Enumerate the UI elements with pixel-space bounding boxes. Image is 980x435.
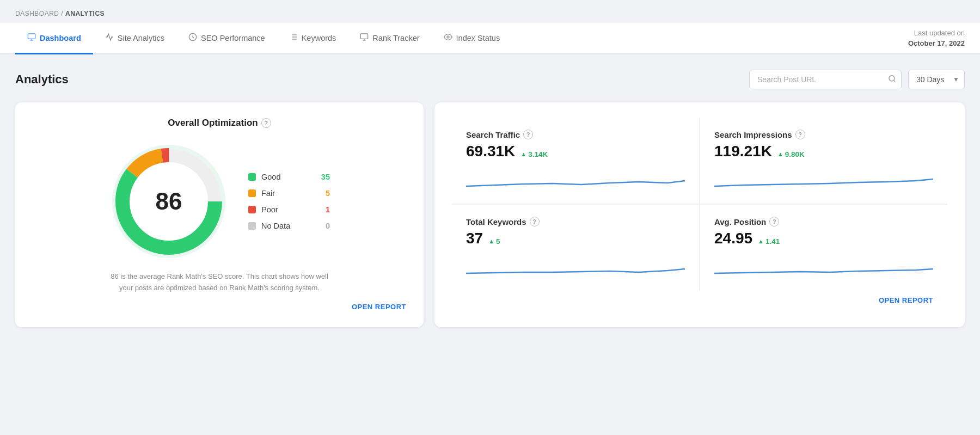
metric-search-impressions-title: Search Impressions ?	[714, 130, 933, 139]
tabs-list: Dashboard Site Analytics SEO Performance…	[15, 23, 512, 53]
svg-rect-10	[361, 34, 368, 39]
search-impressions-help-icon[interactable]: ?	[795, 130, 805, 139]
tab-index-status-label: Index Status	[456, 34, 500, 42]
legend-value-poor: 1	[319, 205, 330, 214]
page-title: Analytics	[15, 72, 69, 87]
tab-site-analytics[interactable]: Site Analytics	[93, 23, 176, 54]
optimization-legend: Good 35 Fair 5 Poor 1 N	[248, 173, 330, 230]
svg-point-14	[889, 76, 895, 81]
list-icon	[289, 33, 298, 43]
last-updated-date: October 17, 2022	[908, 39, 965, 47]
monitor2-icon	[360, 33, 369, 43]
avg-position-value: 24.95	[714, 230, 752, 247]
total-keywords-help-icon[interactable]: ?	[530, 217, 540, 226]
last-updated: Last updated on October 17, 2022	[908, 28, 965, 49]
legend-label-nodata: No Data	[261, 222, 314, 230]
avg-position-delta: ▲ 1.41	[758, 237, 780, 246]
breadcrumb-current: ANALYTICS	[65, 10, 105, 17]
main-content: Analytics 7 Days 14 Days 30 Days 90 Days…	[0, 54, 980, 327]
arrow-up-icon: ▲	[520, 151, 526, 157]
tabs-bar: Dashboard Site Analytics SEO Performance…	[0, 23, 980, 54]
search-traffic-value: 69.31K	[466, 143, 515, 160]
metric-avg-position-values: 24.95 ▲ 1.41	[714, 230, 933, 247]
tab-rank-tracker[interactable]: Rank Tracker	[348, 23, 431, 54]
total-keywords-value: 37	[466, 230, 483, 247]
legend-fair: Fair 5	[248, 189, 330, 198]
legend-label-poor: Poor	[261, 205, 314, 214]
arrow-up-icon-3: ▲	[488, 238, 494, 244]
metric-search-traffic: Search Traffic ? 69.31K ▲ 3.14K	[452, 118, 700, 204]
svg-rect-0	[28, 34, 35, 39]
search-icon[interactable]	[888, 75, 896, 84]
metric-search-traffic-values: 69.31K ▲ 3.14K	[466, 143, 685, 160]
legend-value-nodata: 0	[319, 222, 330, 230]
legend-dot-poor	[248, 206, 256, 213]
tab-dashboard[interactable]: Dashboard	[15, 23, 93, 54]
metric-total-keywords-values: 37 ▲ 5	[466, 230, 685, 247]
arrow-up-icon-4: ▲	[758, 238, 764, 244]
avg-position-sparkline	[714, 253, 933, 279]
breadcrumb: DASHBOARD / ANALYTICS	[0, 0, 980, 23]
days-select[interactable]: 7 Days 14 Days 30 Days 90 Days	[908, 70, 965, 89]
tab-site-analytics-label: Site Analytics	[118, 34, 164, 42]
open-report-left-link[interactable]: OPEN REPORT	[352, 303, 406, 311]
legend-poor: Poor 1	[248, 205, 330, 214]
legend-good: Good 35	[248, 173, 330, 181]
legend-dot-nodata	[248, 222, 256, 230]
donut-section: 86 Good 35 Fair 5	[33, 142, 406, 261]
eye-icon	[444, 33, 452, 43]
cards-row: Overall Optimization ?	[15, 102, 965, 327]
metrics-card-footer: OPEN REPORT	[452, 291, 947, 312]
search-impressions-sparkline	[714, 166, 933, 192]
tab-rank-tracker-label: Rank Tracker	[372, 34, 419, 42]
chart-icon	[105, 33, 114, 43]
metric-search-impressions: Search Impressions ? 119.21K ▲ 9.80K	[700, 118, 947, 204]
metric-search-traffic-title: Search Traffic ?	[466, 130, 685, 139]
tab-index-status[interactable]: Index Status	[432, 23, 512, 54]
metric-total-keywords: Total Keywords ? 37 ▲ 5	[452, 204, 700, 291]
legend-dot-fair	[248, 189, 256, 197]
donut-score: 86	[156, 188, 182, 215]
donut-chart: 86	[109, 142, 229, 261]
optimization-card: Overall Optimization ?	[15, 102, 424, 327]
analytics-header: Analytics 7 Days 14 Days 30 Days 90 Days…	[15, 70, 965, 89]
optimization-description: 86 is the average Rank Math's SEO score.…	[105, 271, 334, 294]
search-traffic-delta: ▲ 3.14K	[520, 150, 548, 158]
avg-position-help-icon[interactable]: ?	[769, 217, 779, 226]
legend-dot-good	[248, 173, 256, 181]
gauge-icon	[188, 33, 197, 43]
metric-search-impressions-values: 119.21K ▲ 9.80K	[714, 143, 933, 160]
breadcrumb-separator: /	[61, 10, 63, 17]
metric-total-keywords-title: Total Keywords ?	[466, 217, 685, 226]
total-keywords-delta: ▲ 5	[488, 237, 500, 246]
search-traffic-sparkline	[466, 166, 685, 192]
tab-keywords-label: Keywords	[302, 34, 336, 42]
days-filter-wrapper: 7 Days 14 Days 30 Days 90 Days ▼	[908, 70, 965, 89]
legend-value-good: 35	[319, 173, 330, 181]
tab-seo-performance[interactable]: SEO Performance	[176, 23, 277, 54]
svg-point-13	[447, 36, 449, 38]
metric-avg-position: Avg. Position ? 24.95 ▲ 1.41	[700, 204, 947, 291]
breadcrumb-dashboard[interactable]: DASHBOARD	[15, 10, 59, 17]
last-updated-label: Last updated on	[914, 29, 965, 37]
search-impressions-value: 119.21K	[714, 143, 772, 160]
search-traffic-help-icon[interactable]: ?	[523, 130, 533, 139]
metric-avg-position-title: Avg. Position ?	[714, 217, 933, 226]
optimization-help-icon[interactable]: ?	[261, 118, 271, 128]
legend-nodata: No Data 0	[248, 222, 330, 230]
open-report-right-link[interactable]: OPEN REPORT	[879, 296, 933, 304]
legend-label-fair: Fair	[261, 189, 314, 198]
tab-keywords[interactable]: Keywords	[277, 23, 348, 54]
monitor-icon	[27, 33, 36, 43]
arrow-up-icon-2: ▲	[777, 151, 783, 157]
search-impressions-delta: ▲ 9.80K	[777, 150, 805, 158]
tab-dashboard-label: Dashboard	[40, 34, 81, 42]
tab-seo-performance-label: SEO Performance	[201, 34, 265, 42]
total-keywords-sparkline	[466, 253, 685, 279]
header-controls: 7 Days 14 Days 30 Days 90 Days ▼	[749, 70, 965, 89]
search-url-input[interactable]	[749, 70, 902, 89]
metrics-card: Search Traffic ? 69.31K ▲ 3.14K Searc	[434, 102, 965, 327]
svg-line-15	[893, 80, 895, 82]
optimization-title: Overall Optimization ?	[168, 118, 271, 128]
search-url-wrapper	[749, 70, 902, 89]
